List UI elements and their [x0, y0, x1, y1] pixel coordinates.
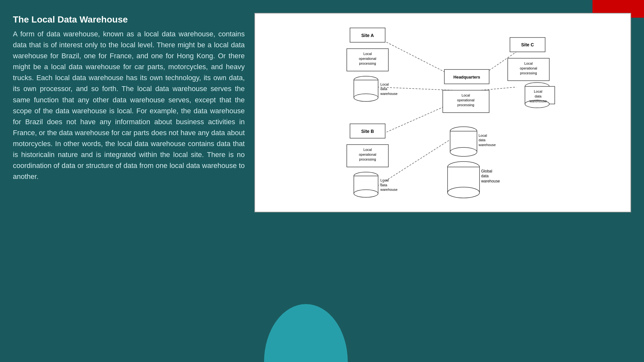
svg-text:operational: operational	[457, 98, 475, 102]
diagram-panel: Site A Local operational processing Loca…	[254, 13, 631, 212]
svg-text:Local: Local	[478, 134, 487, 137]
body-text: A form of data warehouse, known as a loc…	[13, 29, 245, 182]
svg-text:processing: processing	[520, 71, 537, 75]
svg-text:data: data	[380, 183, 387, 187]
svg-text:data: data	[535, 94, 542, 98]
svg-text:Local: Local	[461, 93, 470, 97]
svg-text:operational: operational	[359, 57, 376, 60]
svg-text:data: data	[380, 87, 387, 91]
svg-point-36	[450, 147, 477, 156]
svg-text:warehouse: warehouse	[529, 99, 546, 103]
site-a-label: Site A	[361, 33, 374, 38]
main-content: The Local Data Warehouse A form of data …	[0, 0, 644, 362]
svg-text:Local: Local	[380, 82, 389, 86]
svg-text:operational: operational	[359, 153, 376, 156]
section-title: The Local Data Warehouse	[13, 14, 245, 25]
svg-text:warehouse: warehouse	[478, 143, 496, 147]
diagram-svg: Site A Local operational processing Loca…	[255, 14, 630, 212]
svg-text:Local: Local	[534, 89, 542, 93]
svg-text:Local: Local	[524, 61, 533, 65]
svg-text:data: data	[481, 174, 489, 178]
svg-text:operational: operational	[520, 66, 537, 70]
site-c-label: Site C	[521, 42, 534, 47]
text-panel: The Local Data Warehouse A form of data …	[13, 13, 245, 349]
site-b-label: Site B	[361, 129, 374, 134]
svg-text:Local: Local	[363, 52, 372, 56]
svg-point-14	[354, 94, 378, 101]
svg-text:processing: processing	[359, 157, 376, 161]
svg-point-25	[354, 190, 378, 197]
headquarters-label: Headquarters	[453, 75, 480, 79]
svg-text:Local: Local	[380, 178, 389, 182]
svg-text:Global: Global	[481, 169, 492, 173]
svg-text:Local: Local	[363, 148, 372, 152]
svg-text:warehouse: warehouse	[481, 179, 500, 183]
svg-text:warehouse: warehouse	[380, 92, 397, 96]
svg-point-42	[448, 187, 479, 198]
svg-text:processing: processing	[359, 61, 376, 65]
svg-text:data: data	[478, 138, 486, 142]
svg-text:warehouse: warehouse	[380, 188, 397, 191]
svg-text:processing: processing	[457, 103, 474, 107]
